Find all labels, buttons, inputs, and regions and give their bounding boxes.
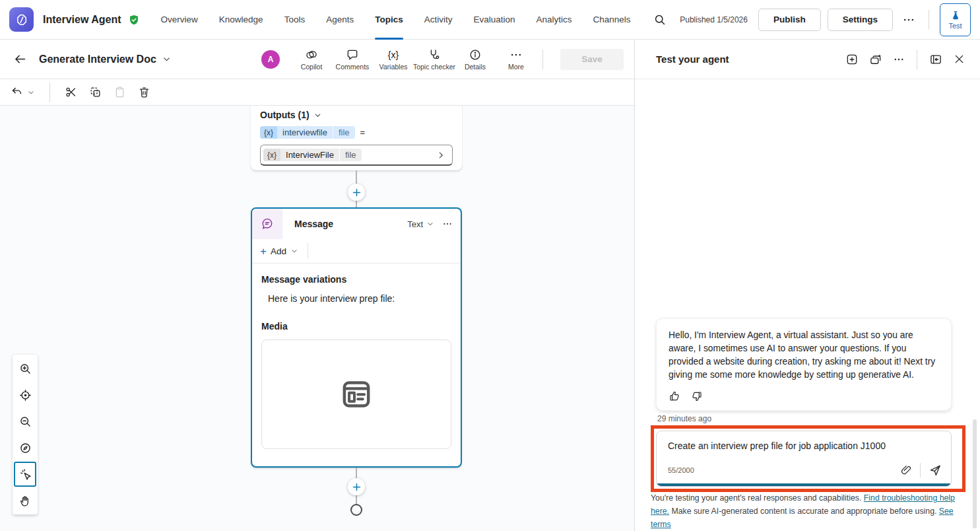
topic-chevron-down-icon[interactable] bbox=[162, 54, 172, 64]
attach-file-icon[interactable] bbox=[899, 463, 913, 478]
test-panel-actions bbox=[843, 50, 968, 69]
more-tools-label: More bbox=[508, 63, 524, 71]
agent-message-text: Hello, I'm Interview Agent, a virtual as… bbox=[669, 329, 939, 382]
save-button[interactable]: Save bbox=[560, 49, 624, 70]
more-tools-icon bbox=[509, 48, 523, 61]
nav-overview[interactable]: Overview bbox=[161, 0, 198, 40]
cut-icon[interactable] bbox=[63, 85, 79, 100]
chat-input-footer: 55/2000 bbox=[668, 462, 943, 478]
send-message-icon[interactable] bbox=[927, 462, 943, 478]
message-variation-text[interactable]: Here is your interview prep file: bbox=[268, 293, 451, 304]
nav-evaluation[interactable]: Evaluation bbox=[473, 0, 515, 40]
more-options-icon[interactable] bbox=[899, 11, 918, 29]
copilot-button[interactable]: Copilot bbox=[293, 48, 330, 71]
topic-checker-label: Topic checker bbox=[413, 63, 455, 71]
primary-nav: Overview Knowledge Tools Agents Topics A… bbox=[161, 0, 631, 40]
divider bbox=[542, 50, 543, 69]
agent-message-bubble: Hello, I'm Interview Agent, a virtual as… bbox=[656, 318, 952, 411]
nav-agents[interactable]: Agents bbox=[326, 0, 354, 40]
details-info-icon bbox=[469, 48, 482, 61]
chat-input-card: 55/2000 bbox=[656, 431, 952, 487]
divider bbox=[929, 10, 929, 30]
chevron-right-icon[interactable] bbox=[436, 151, 445, 160]
message-mode-value: Text bbox=[407, 219, 423, 229]
test-panel: Test your agent bbox=[634, 40, 980, 531]
nav-channels[interactable]: Channels bbox=[593, 0, 631, 40]
add-node-button[interactable] bbox=[348, 184, 365, 201]
copilot-icon bbox=[305, 48, 318, 61]
chat-input-actions bbox=[899, 462, 943, 478]
select-tool-icon[interactable] bbox=[14, 462, 36, 487]
end-of-topic-node[interactable] bbox=[350, 504, 362, 516]
add-label: Add bbox=[271, 246, 286, 256]
message-node-header: Message Text bbox=[252, 209, 461, 239]
output-value-picker[interactable]: {x} InterviewFile file bbox=[260, 145, 453, 166]
nav-tools[interactable]: Tools bbox=[284, 0, 306, 40]
copy-icon[interactable] bbox=[88, 85, 103, 100]
message-node-more-icon[interactable] bbox=[441, 217, 454, 230]
compass-icon[interactable] bbox=[14, 435, 36, 460]
panel-more-icon[interactable] bbox=[890, 51, 907, 68]
delete-icon[interactable] bbox=[137, 85, 152, 100]
add-content-button[interactable]: + Add bbox=[260, 243, 308, 259]
publish-button[interactable]: Publish bbox=[758, 9, 821, 31]
message-mode-dropdown[interactable]: Text bbox=[407, 219, 434, 229]
variable-type: file bbox=[333, 126, 355, 139]
test-disclaimer: You're testing your agent's real respons… bbox=[651, 491, 961, 531]
topic-title: Generate Interview Doc bbox=[39, 53, 156, 65]
comments-button[interactable]: Comments bbox=[334, 48, 371, 71]
published-status: Published 1/5/2026 bbox=[680, 15, 748, 24]
variables-button[interactable]: {x} Variables bbox=[375, 48, 412, 71]
message-node[interactable]: Message Text + Add bbox=[251, 207, 462, 468]
scrollbar[interactable] bbox=[973, 419, 977, 528]
char-count: 55/2000 bbox=[668, 466, 694, 474]
more-tools-button[interactable]: More bbox=[498, 48, 535, 71]
output-variable-chip[interactable]: {x} interviewfile file bbox=[260, 126, 355, 139]
details-button[interactable]: Details bbox=[457, 48, 494, 71]
authoring-canvas[interactable]: Outputs (1) {x} interviewfile file = {x}… bbox=[0, 106, 634, 531]
message-bubble-icon bbox=[252, 209, 282, 239]
variables-label: Variables bbox=[379, 63, 408, 71]
collapse-panel-icon[interactable] bbox=[927, 50, 945, 69]
app-logo-icon[interactable] bbox=[9, 7, 34, 32]
center-canvas-icon[interactable] bbox=[14, 382, 36, 407]
nav-topics[interactable]: Topics bbox=[375, 0, 403, 40]
value-variable-chip[interactable]: {x} InterviewFile file bbox=[263, 149, 362, 161]
media-card-icon bbox=[338, 376, 375, 413]
variable-x-icon: {x} bbox=[263, 149, 280, 161]
topic-checker-button[interactable]: Topic checker bbox=[416, 48, 453, 71]
avatar[interactable]: A bbox=[261, 50, 280, 69]
zoom-in-icon[interactable] bbox=[14, 356, 36, 381]
outputs-node-header[interactable]: Outputs (1) bbox=[260, 110, 453, 120]
test-button[interactable]: Test bbox=[940, 3, 971, 36]
activity-map-icon[interactable] bbox=[866, 50, 885, 69]
nav-knowledge[interactable]: Knowledge bbox=[219, 0, 263, 40]
topic-checker-icon bbox=[428, 48, 441, 61]
settings-button[interactable]: Settings bbox=[828, 9, 893, 31]
nav-activity[interactable]: Activity bbox=[424, 0, 453, 40]
close-panel-icon[interactable] bbox=[950, 50, 968, 68]
thumbs-down-icon[interactable] bbox=[691, 390, 703, 402]
undo-chevron-icon bbox=[27, 88, 35, 96]
nav-analytics[interactable]: Analytics bbox=[537, 0, 572, 40]
pan-tool-icon[interactable] bbox=[14, 488, 36, 513]
variable-x-icon: {x} bbox=[260, 126, 277, 139]
search-icon[interactable] bbox=[651, 11, 669, 29]
comments-icon bbox=[346, 48, 359, 61]
value-variable-name: InterviewFile bbox=[280, 149, 339, 161]
verified-shield-icon bbox=[128, 14, 140, 26]
edit-toolbar bbox=[0, 79, 634, 106]
zoom-out-icon[interactable] bbox=[14, 409, 36, 434]
paste-icon[interactable] bbox=[112, 85, 127, 100]
chevron-down-icon bbox=[290, 247, 298, 255]
new-chat-icon[interactable] bbox=[843, 50, 861, 69]
undo-button[interactable] bbox=[9, 85, 36, 100]
chat-input[interactable] bbox=[668, 441, 932, 451]
back-icon[interactable] bbox=[11, 50, 30, 69]
outputs-node[interactable]: Outputs (1) {x} interviewfile file = {x}… bbox=[251, 106, 462, 170]
media-placeholder[interactable] bbox=[261, 339, 451, 449]
thumbs-up-icon[interactable] bbox=[669, 390, 680, 402]
add-node-button[interactable] bbox=[348, 478, 365, 495]
disclaimer-text: Make sure AI-generated content is accura… bbox=[669, 507, 939, 516]
feedback-buttons bbox=[669, 390, 939, 402]
